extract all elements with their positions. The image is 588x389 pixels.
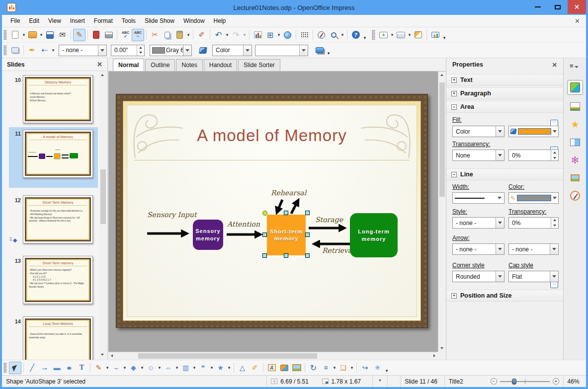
horizontal-scrollbar[interactable] [108,352,438,360]
transparency-stepper[interactable]: 0% [508,150,559,161]
menu-insert[interactable]: Insert [66,15,89,26]
menu-tools[interactable]: Tools [117,15,140,26]
arrange-dropdown-arrow[interactable]: ▾ [349,362,354,374]
area-style-button[interactable] [197,44,209,57]
slide-thumbnail-11[interactable]: A model of Memory [23,130,93,178]
slide-show-button[interactable] [429,29,441,41]
callouts-dropdown-arrow[interactable]: ▾ [209,362,214,374]
label-storage[interactable]: Storage [315,216,343,224]
scrollbar-thumb[interactable] [100,169,106,224]
fill-type-dropdown[interactable] [243,45,252,56]
display-grid-button[interactable] [298,29,311,41]
tab-notes[interactable]: Notes [176,59,202,71]
format-paintbrush-button[interactable]: ✐ [195,29,208,41]
menu-help[interactable]: Help [209,15,231,26]
properties-close-icon[interactable]: ✕ [552,61,557,69]
line-tool[interactable]: ╱ [26,362,38,374]
slide-thumbnail-10[interactable]: Sensory Memory ▪A Memory sub-function we… [23,75,93,123]
open-dropdown-arrow[interactable]: ▾ [39,29,44,41]
spin-up-icon[interactable] [551,150,558,156]
collapse-icon[interactable]: − [451,172,457,177]
zoom-slider[interactable] [500,381,550,382]
animation-effects-button[interactable]: ✳ [371,362,384,374]
slide-thumbnail-13[interactable]: Short-Term memory ▪What's your Short-ter… [23,256,93,304]
arrow-style-dropdown-arrow[interactable]: ▾ [51,44,56,57]
zoom-slider-thumb[interactable] [512,379,516,385]
slide-canvas[interactable]: A model of Memory [116,94,428,328]
save-button[interactable] [44,29,56,41]
tab-handout[interactable]: Handout [204,59,237,71]
rotate-tool[interactable]: ↻ [307,362,320,374]
fill-type-select[interactable]: Color [452,126,504,137]
tab-outline[interactable]: Outline [145,59,175,71]
selection-handle[interactable] [262,233,267,237]
autospellcheck-button[interactable]: ABC ~ [132,29,144,41]
collapse-icon[interactable]: − [451,104,457,110]
menu-slide-show[interactable]: Slide Show [140,15,179,26]
menu-view[interactable]: View [44,15,66,26]
tab-properties[interactable] [567,80,583,95]
dropdown-button[interactable] [496,150,504,160]
line-color-picker[interactable]: ✎ [508,192,559,204]
print-button[interactable] [102,29,115,41]
sensory-memory-box[interactable]: Sensory memory [193,220,223,250]
scroll-up-icon[interactable] [440,74,443,76]
dropdown-button[interactable] [496,126,504,137]
export-pdf-button[interactable] [90,29,102,41]
selection-handle[interactable] [305,211,310,215]
tab-gallery[interactable] [567,170,583,185]
arrow-tool[interactable]: → [38,362,51,374]
stars-dropdown-arrow[interactable]: ▾ [227,362,232,374]
block-arrows-dropdown-arrow[interactable]: ▾ [174,362,179,374]
alignment-button[interactable]: ≡ [320,362,332,374]
cap-style-select[interactable]: Flat [508,271,559,282]
hyperlink-button[interactable] [281,29,294,41]
section-text[interactable]: + Text … [446,74,563,86]
spin-down-icon[interactable] [551,223,558,229]
status-position[interactable]: +6.69 / 5.51 [267,376,318,387]
toolbar-grip[interactable] [3,363,7,373]
arrow-end-select[interactable]: - none - [508,243,559,255]
dropdown-button[interactable] [496,218,504,228]
spinner-buttons[interactable] [551,150,558,160]
minimize-button[interactable] [528,0,548,14]
curve-dropdown-arrow[interactable]: ▾ [105,362,110,374]
slide-thumbnail-14[interactable]: Long-Term Memory ▪Stores all the informa… [23,316,93,360]
arrow-start-select[interactable]: - none - [452,243,504,255]
alignment-dropdown-arrow[interactable]: ▾ [332,362,337,374]
workspace[interactable]: A model of Memory [108,72,438,352]
spinner-buttons[interactable] [137,45,144,56]
new-document-button[interactable] [9,29,21,41]
label-attention[interactable]: Attention [227,220,260,228]
arrange-button[interactable]: ❏ [337,362,349,374]
block-arrows-tool[interactable]: ⇔ [162,362,174,374]
edit-file-button[interactable]: ✎ [73,29,85,41]
tab-master-pages[interactable] [567,99,583,114]
slide-layout-dropdown-arrow[interactable]: ▾ [407,29,412,41]
dropdown-button[interactable] [496,244,504,254]
fill-color-picker[interactable] [508,126,559,137]
expand-icon[interactable]: + [451,91,457,96]
chevron-down-icon[interactable] [553,197,557,199]
status-style[interactable]: Title2 [445,376,487,387]
flowchart-dropdown-arrow[interactable]: ▾ [192,362,197,374]
line-transparency-stepper[interactable]: 0% [508,217,559,229]
scroll-down-icon[interactable] [440,347,443,349]
connector-dropdown-arrow[interactable]: ▾ [122,362,127,374]
table-dropdown-arrow[interactable]: ▾ [276,29,281,41]
scroll-up-icon[interactable] [101,74,104,76]
line-dialog-button[interactable]: ✒ [26,44,38,57]
symbol-shapes-tool[interactable]: ☺ [145,362,157,374]
selection-handle[interactable] [262,253,267,258]
select-tool[interactable]: ◤ [9,362,21,374]
line-dialog-launcher-icon[interactable]: … [550,282,558,288]
toolbar-overflow-arrow[interactable]: ▾ [362,29,368,41]
stars-tool[interactable]: ★ [214,362,227,374]
label-sensory-input[interactable]: Sensory Input [147,211,197,219]
menu-window[interactable]: Window [179,15,209,26]
slide-thumbnail-12[interactable]: Short-Term Memory ▪Temporary storage for… [23,195,93,243]
line-width-stepper[interactable]: 0.00" [111,45,145,56]
slide-design-button[interactable] [412,29,424,41]
redo-button[interactable]: ↷ [230,29,242,41]
spinner-buttons[interactable] [551,218,558,228]
